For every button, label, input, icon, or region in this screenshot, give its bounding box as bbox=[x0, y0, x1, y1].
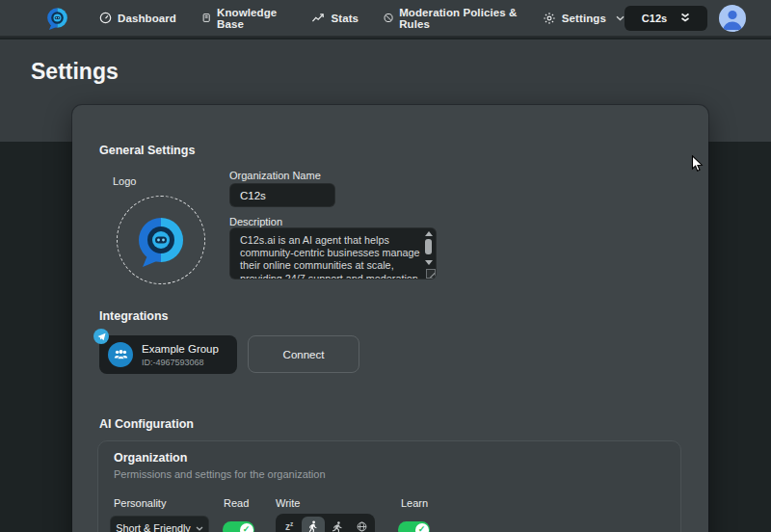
group-info: Example Group ID:-4967593068 bbox=[142, 343, 219, 367]
write-label: Write bbox=[276, 497, 300, 509]
brand-logo[interactable] bbox=[44, 5, 70, 31]
org-switcher-label: C12s bbox=[642, 13, 667, 24]
write-mode-segmented-control: zz bbox=[276, 514, 375, 532]
general-settings-heading: General Settings bbox=[99, 144, 195, 157]
walk-icon[interactable] bbox=[302, 517, 325, 532]
nav-item-stats[interactable]: Stats bbox=[311, 12, 359, 24]
telegram-icon bbox=[93, 329, 109, 344]
ai-configuration-heading: AI Configuration bbox=[99, 417, 194, 431]
personality-select[interactable]: Short & Friendly bbox=[110, 516, 209, 532]
logo-upload-area[interactable] bbox=[117, 196, 205, 284]
gauge-icon bbox=[99, 12, 112, 24]
scroll-down-arrow-icon[interactable] bbox=[425, 260, 433, 265]
description-label: Description bbox=[229, 216, 282, 227]
book-icon bbox=[201, 12, 211, 24]
nav-label: Moderation Policies & Rules bbox=[399, 7, 518, 30]
integrations-heading: Integrations bbox=[99, 309, 169, 323]
description-textarea[interactable]: C12s.ai is an AI agent that helps commun… bbox=[229, 227, 437, 279]
chevron-down-icon bbox=[616, 15, 625, 21]
nav-item-knowledge-base[interactable]: Knowledge Base bbox=[201, 7, 286, 30]
organization-card-title: Organization bbox=[114, 451, 187, 465]
ban-icon bbox=[384, 12, 393, 24]
toggle-check-icon: ✓ bbox=[415, 523, 429, 532]
navbar-right: C12s bbox=[625, 5, 746, 32]
logo-label: Logo bbox=[113, 175, 136, 187]
c12s-logo-icon bbox=[44, 5, 70, 31]
user-avatar[interactable] bbox=[719, 5, 746, 32]
settings-card: General Settings Logo Organization Name … bbox=[72, 105, 708, 532]
description-text: C12s.ai is an AI agent that helps commun… bbox=[230, 228, 422, 279]
personality-label: Personality bbox=[114, 497, 166, 509]
person-icon bbox=[719, 5, 746, 32]
trending-chart-icon bbox=[311, 12, 325, 24]
read-toggle[interactable]: ✓ bbox=[223, 521, 254, 532]
sleep-icon[interactable]: zz bbox=[278, 517, 301, 532]
learn-toggle[interactable]: ✓ bbox=[398, 521, 430, 532]
personality-value: Short & Friendly bbox=[116, 522, 190, 532]
organization-permissions-card: Organization Permissions and settings fo… bbox=[97, 440, 681, 532]
org-name-label: Organization Name bbox=[229, 170, 321, 181]
globe-icon[interactable] bbox=[350, 517, 373, 532]
group-id: ID:-4967593068 bbox=[142, 358, 219, 367]
group-avatar-icon bbox=[108, 342, 133, 367]
top-navbar: Dashboard Knowledge Base Stats Moderatio… bbox=[0, 0, 771, 38]
organization-logo-image bbox=[132, 211, 190, 269]
nav-item-dashboard[interactable]: Dashboard bbox=[99, 12, 176, 24]
nav-item-settings[interactable]: Settings bbox=[543, 12, 625, 25]
nav-menu: Dashboard Knowledge Base Stats Moderatio… bbox=[99, 7, 625, 30]
double-chevron-icon bbox=[680, 13, 690, 23]
resize-grip[interactable] bbox=[426, 269, 436, 279]
group-name: Example Group bbox=[142, 343, 219, 356]
gear-icon bbox=[543, 12, 556, 25]
nav-label: Stats bbox=[331, 13, 359, 24]
nav-label: Dashboard bbox=[118, 13, 176, 24]
org-switcher-button[interactable]: C12s bbox=[625, 6, 707, 31]
nav-item-moderation-policies[interactable]: Moderation Policies & Rules bbox=[384, 7, 518, 30]
toggle-check-icon: ✓ bbox=[240, 523, 253, 532]
nav-label: Settings bbox=[562, 13, 606, 24]
nav-label: Knowledge Base bbox=[217, 7, 286, 30]
scrollbar-thumb[interactable] bbox=[425, 239, 432, 254]
org-name-input[interactable] bbox=[229, 183, 335, 207]
telegram-group-chip[interactable]: Example Group ID:-4967593068 bbox=[99, 335, 237, 374]
connect-button[interactable]: Connect bbox=[248, 335, 359, 373]
learn-label: Learn bbox=[401, 497, 428, 509]
scroll-up-arrow-icon[interactable] bbox=[425, 231, 433, 236]
page-title: Settings bbox=[31, 59, 119, 85]
chevron-down-icon bbox=[196, 526, 203, 531]
run-icon[interactable] bbox=[326, 517, 349, 532]
organization-card-subtitle: Permissions and settings for the organiz… bbox=[114, 468, 326, 480]
read-label: Read bbox=[224, 497, 249, 509]
